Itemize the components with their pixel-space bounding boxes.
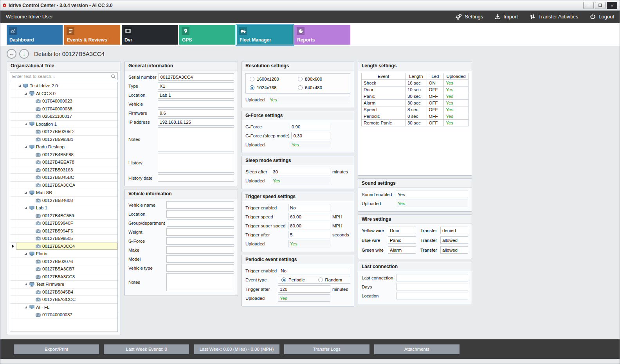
yellow-wire-field[interactable] (388, 227, 416, 234)
tree-node-00127b50205d[interactable]: 00127B50205D (10, 128, 117, 136)
notes-field[interactable] (158, 127, 234, 151)
model-field[interactable] (166, 255, 234, 263)
group-department-field[interactable] (167, 219, 234, 227)
expand-arrow-icon[interactable] (24, 283, 28, 286)
event-type-periodic-radio[interactable]: Periodic (281, 278, 305, 282)
tab-gps[interactable]: GPS (179, 25, 235, 45)
type-field[interactable] (158, 82, 234, 90)
g-force-field[interactable] (290, 123, 330, 130)
make-field[interactable] (166, 246, 234, 254)
trigger-super-speed-field[interactable] (288, 222, 330, 229)
tree-node-00127b502076[interactable]: 00127B502076 (10, 258, 117, 266)
tree-node-00127b599505[interactable]: 00127B599505 (10, 235, 117, 243)
resolution-800x600-radio[interactable]: 800x600 (298, 77, 346, 81)
serial-number-field[interactable] (159, 73, 234, 81)
tree-node-lab-1[interactable]: Lab 1 (10, 204, 117, 212)
tree-node-00127b5a3cb7[interactable]: 00127B5A3CB7 (10, 265, 117, 273)
tree-node-matt-sb[interactable]: Matt SB (10, 189, 117, 197)
transfer-activities-action[interactable]: Transfer Activities (530, 14, 578, 20)
resolution-1600x1200-radio[interactable]: 1600x1200 (250, 77, 298, 81)
sleep-after-field[interactable] (271, 168, 330, 175)
tree-node-00127b59940f[interactable]: 00127B59940F (10, 220, 117, 227)
tree-node-00127b4bc559[interactable]: 00127B4BC559 (10, 212, 117, 220)
days-field[interactable] (397, 283, 468, 290)
tree-node-00127b5994f6[interactable]: 00127B5994F6 (10, 227, 117, 235)
location-field[interactable] (397, 292, 468, 299)
expand-arrow-icon[interactable] (24, 306, 28, 309)
last-connection-field[interactable] (397, 274, 468, 281)
tree-node-00127b5a3cc3[interactable]: 00127B5A3CC3 (10, 273, 117, 281)
trigger-enabled-field[interactable] (279, 267, 350, 274)
tree-node-test-idrive-2-0[interactable]: Test Idrive 2.0 (10, 82, 117, 90)
trigger-after-field[interactable] (288, 231, 330, 238)
tree-node-00127b4eea78[interactable]: 00127B4EEA78 (10, 159, 117, 166)
tree-node-florin[interactable]: Florin (10, 250, 117, 258)
expand-arrow-icon[interactable] (24, 145, 28, 148)
resolution-640x480-radio[interactable]: 640x480 (298, 85, 346, 90)
tree-node-00127b5a3cca[interactable]: 00127B5A3CCA (10, 182, 117, 189)
tree-node-test-firmware[interactable]: Test Firmware (10, 281, 117, 288)
expand-arrow-icon[interactable] (24, 92, 28, 95)
attachments-button[interactable]: Attachments (374, 344, 460, 354)
tab-events-reviews[interactable]: Events & Reviews (64, 25, 120, 45)
trigger-after-field[interactable] (278, 285, 330, 293)
export-print-button[interactable]: Export/Print (14, 344, 99, 354)
last-week-events-0-button[interactable]: Last Week Events: 0 (104, 344, 189, 354)
tab-fleet-manager[interactable]: Fleet Manager (237, 25, 293, 45)
expand-down-button[interactable]: ↓ (19, 49, 29, 59)
length-table-row[interactable]: Periodic 8 sec OFF Yes (362, 113, 469, 120)
transfer-logs-button[interactable]: Transfer Logs (284, 344, 369, 354)
weight-field[interactable] (166, 228, 234, 236)
import-action[interactable]: Import (495, 14, 518, 20)
vehicle-field[interactable] (158, 100, 234, 108)
maximize-button[interactable] (595, 2, 606, 9)
tab-dvr[interactable]: Dvr (122, 25, 178, 45)
green-wire-transfer-field[interactable] (440, 246, 468, 254)
expand-arrow-icon[interactable] (24, 206, 28, 209)
tree-node-00127b503163[interactable]: 00127B503163 (10, 166, 117, 174)
settings-action[interactable]: Settings (455, 14, 483, 20)
tree-search-input[interactable] (10, 72, 118, 80)
ip-address-field[interactable] (158, 118, 234, 126)
green-wire-field[interactable] (388, 246, 416, 254)
history-date-field[interactable] (158, 174, 234, 182)
expand-arrow-icon[interactable] (24, 191, 28, 194)
blue-wire-field[interactable] (388, 236, 416, 244)
tab-reports[interactable]: Reports (294, 25, 350, 45)
location-field[interactable] (158, 91, 234, 99)
logout-action[interactable]: Logout (590, 14, 614, 20)
tree-node-00127b5845bc[interactable]: 00127B5845BC (10, 174, 117, 182)
location-field[interactable] (166, 210, 234, 218)
blue-wire-transfer-field[interactable] (440, 236, 468, 244)
tree-node-00127b5a3cc4[interactable]: 00127B5A3CC4 (10, 243, 117, 250)
tree-node-00127b5a3ccc[interactable]: 00127B5A3CCC (10, 296, 117, 304)
tree-node-ai-fl[interactable]: AI - FL (10, 304, 117, 312)
tree-node-00127b4b5f88[interactable]: 00127B4B5F88 (10, 151, 117, 159)
notes-field[interactable] (166, 273, 234, 291)
tree-node-025821100017[interactable]: 025821100017 (10, 113, 117, 121)
trigger-enabled-field[interactable] (288, 204, 330, 211)
tree-node-radu-desktop[interactable]: Radu Desktop (10, 143, 117, 151)
event-type-random-radio[interactable]: Random (318, 278, 342, 282)
back-button[interactable]: ← (7, 49, 16, 59)
close-button[interactable]: × (607, 2, 617, 9)
vehicle-type-field[interactable] (166, 264, 234, 272)
sound-enabled-field[interactable] (396, 191, 468, 198)
minimize-button[interactable]: – (583, 2, 594, 9)
tree-node-00127b5845b4[interactable]: 00127B5845B4 (10, 288, 117, 296)
tree-node-00127b584608[interactable]: 00127B584608 (10, 197, 117, 205)
tree-node-017040000037[interactable]: 017040000037 (10, 311, 117, 319)
expand-arrow-icon[interactable] (24, 252, 28, 255)
firmware-field[interactable] (158, 109, 234, 117)
expand-arrow-icon[interactable] (18, 84, 22, 87)
tab-dashboard[interactable]: Dashboard (7, 25, 63, 45)
expand-arrow-icon[interactable] (24, 123, 28, 126)
tree-node-017040000023[interactable]: 017040000023 (10, 97, 117, 105)
yellow-wire-transfer-field[interactable] (440, 227, 468, 234)
length-table-row[interactable]: Alarm 30 sec OFF Yes (362, 100, 469, 106)
length-table-row[interactable]: Panic 30 sec OFF Yes (362, 93, 469, 100)
length-table-row[interactable]: Door 10 sec OFF Yes (362, 86, 469, 93)
g-force-sleep-mode-field[interactable] (291, 132, 330, 139)
length-table-row[interactable]: Remote Panic 30 sec OFF Yes (362, 120, 469, 126)
g-force-field[interactable] (166, 237, 234, 245)
